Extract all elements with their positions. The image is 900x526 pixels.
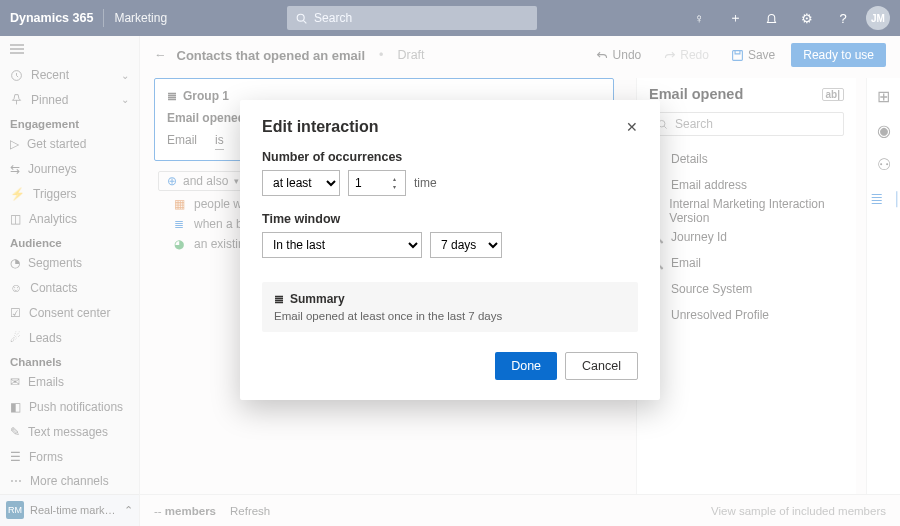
time-window-value-select[interactable]: 7 days [430, 232, 502, 258]
cancel-button[interactable]: Cancel [565, 352, 638, 380]
summary-icon: ≣ [274, 292, 284, 306]
modal-title: Edit interaction [262, 118, 378, 136]
summary-box: ≣Summary Email opened at least once in t… [262, 282, 638, 332]
done-button[interactable]: Done [495, 352, 557, 380]
occurrences-label: Number of occurrences [262, 150, 638, 164]
spinner-icon[interactable]: ▴▾ [393, 172, 403, 194]
edit-interaction-modal: Edit interaction ✕ Number of occurrences… [240, 100, 660, 400]
summary-text: Email opened at least once in the last 7… [274, 310, 626, 322]
occurrence-count-input[interactable]: ▴▾ [348, 170, 406, 196]
time-window-label: Time window [262, 212, 638, 226]
time-window-operator-select[interactable]: In the last [262, 232, 422, 258]
occurrence-suffix: time [414, 176, 437, 190]
close-icon[interactable]: ✕ [626, 119, 638, 135]
occurrence-operator-select[interactable]: at least [262, 170, 340, 196]
